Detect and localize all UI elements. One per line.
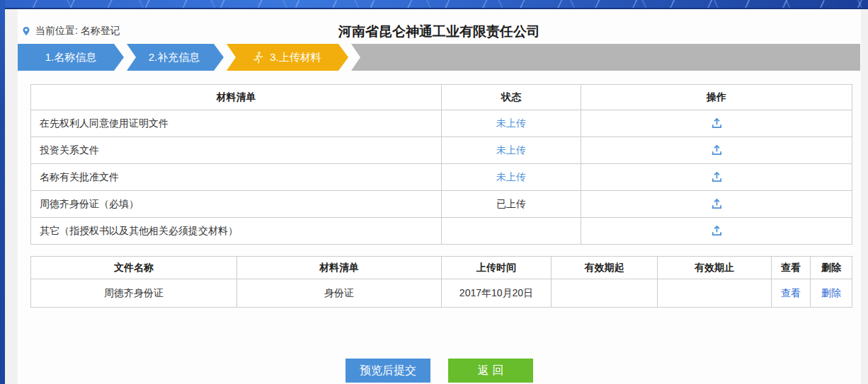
upload-button[interactable]	[707, 170, 727, 185]
col-valid-to: 有效期止	[658, 257, 772, 279]
view-link[interactable]: 查看	[781, 287, 801, 298]
upload-button[interactable]	[707, 143, 727, 158]
step-3-label: 3.上传材料	[270, 51, 321, 64]
left-edge-strip	[0, 0, 5, 384]
upload-button[interactable]	[707, 116, 727, 131]
table-row: 投资关系文件 未上传	[31, 137, 852, 164]
upload-button[interactable]	[707, 197, 727, 211]
col-status: 状态	[442, 85, 581, 110]
upload-button[interactable]	[707, 223, 727, 238]
file-material: 身份证	[237, 279, 442, 308]
uploaded-files-table: 文件名称 材料清单 上传时间 有效期起 有效期止 查看 删除 周德齐身份证 身份…	[30, 256, 852, 308]
status-text[interactable]: 未上传	[496, 144, 526, 156]
step-1-label: 1.名称信息	[45, 51, 97, 64]
file-valid-to	[658, 279, 772, 308]
table-row: 周德齐身份证 身份证 2017年10月20日 查看 删除	[31, 279, 852, 308]
file-name: 周德齐身份证	[31, 279, 237, 308]
step-2-supplement-info[interactable]: 2.补充信息	[118, 44, 224, 71]
status-text[interactable]: 未上传	[496, 171, 526, 182]
materials-table: 材料清单 状态 操作 在先权利人同意使用证明文件 未上传 投资关系文件 未上传 …	[30, 84, 852, 245]
step-3-upload-materials[interactable]: 3.上传材料	[217, 44, 348, 71]
top-banner	[0, 0, 868, 9]
file-valid-from	[552, 279, 658, 308]
material-name: 在先权利人同意使用证明文件	[31, 110, 442, 137]
material-name: 其它（指授权书以及其他相关必须提交材料）	[31, 218, 442, 245]
col-view: 查看	[772, 257, 811, 279]
col-material-list: 材料清单	[237, 257, 442, 279]
content-panel: 当前位置: 名称登记 河南省昆仑神通工业有限责任公司 1.名称信息 2.补充信息…	[18, 9, 861, 384]
material-name: 名称有关批准文件	[31, 164, 442, 191]
step-wizard: 1.名称信息 2.补充信息 3.上传材料	[18, 44, 860, 71]
material-name: 周德齐身份证（必填）	[31, 191, 442, 218]
col-operation: 操作	[581, 85, 852, 110]
step-2-label: 2.补充信息	[149, 51, 200, 64]
col-delete: 删除	[811, 257, 852, 279]
file-upload-time: 2017年10月20日	[442, 279, 552, 308]
table-row: 名称有关批准文件 未上传	[31, 164, 852, 191]
col-file-name: 文件名称	[31, 257, 237, 279]
col-upload-time: 上传时间	[442, 257, 552, 279]
files-header-row: 文件名称 材料清单 上传时间 有效期起 有效期止 查看 删除	[31, 257, 852, 279]
table-row: 在先权利人同意使用证明文件 未上传	[31, 110, 852, 137]
table-row: 周德齐身份证（必填） 已上传	[31, 191, 852, 218]
status-text[interactable]: 未上传	[496, 117, 526, 129]
back-button[interactable]: 返 回	[448, 359, 533, 383]
material-name: 投资关系文件	[31, 137, 442, 164]
delete-link[interactable]: 删除	[821, 287, 841, 298]
col-valid-from: 有效期起	[552, 257, 658, 279]
step-bar-remainder	[342, 44, 860, 71]
table-row: 其它（指授权书以及其他相关必须提交材料）	[31, 218, 852, 245]
page: { "header": { "location_label": "当前位置: 名…	[0, 0, 868, 384]
preview-submit-button[interactable]: 预览后提交	[346, 359, 430, 383]
action-buttons: 预览后提交 返 回	[18, 359, 861, 383]
page-title: 河南省昆仑神通工业有限责任公司	[18, 23, 861, 41]
materials-header-row: 材料清单 状态 操作	[31, 85, 852, 110]
col-material-list: 材料清单	[31, 85, 442, 110]
walking-person-icon	[251, 51, 265, 64]
step-1-name-info[interactable]: 1.名称信息	[18, 44, 124, 71]
status-text: 已上传	[496, 198, 526, 209]
header-row: 当前位置: 名称登记 河南省昆仑神通工业有限责任公司	[18, 9, 861, 37]
